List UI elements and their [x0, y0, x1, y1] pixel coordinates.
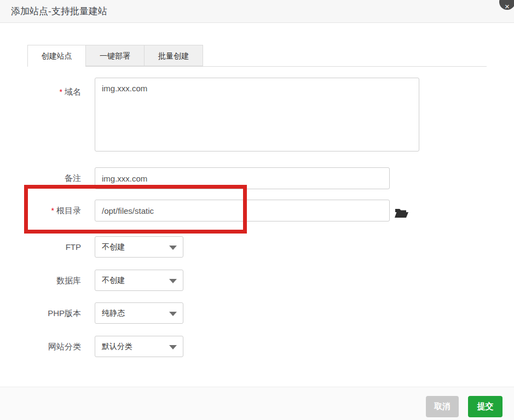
close-icon: × — [505, 2, 510, 11]
tab-one-click-deploy[interactable]: 一键部署 — [86, 45, 145, 66]
tab-create-site[interactable]: 创建站点 — [27, 45, 86, 67]
cancel-button[interactable]: 取消 — [426, 396, 459, 417]
database-select[interactable]: 不创建 — [95, 270, 183, 291]
tab-batch-create[interactable]: 批量创建 — [145, 45, 203, 66]
note-label: 备注 — [0, 173, 81, 184]
domain-label: *域名 — [0, 86, 81, 97]
chevron-down-icon — [169, 312, 177, 316]
note-input[interactable] — [95, 167, 390, 189]
ftp-select-value: 不创建 — [102, 237, 125, 257]
required-mark: * — [51, 206, 54, 215]
php-version-select-value: 纯静态 — [102, 303, 125, 323]
chevron-down-icon — [169, 246, 177, 250]
database-select-value: 不创建 — [102, 270, 125, 290]
php-version-label: PHP版本 — [0, 308, 81, 319]
chevron-down-icon — [169, 279, 177, 283]
domain-textarea[interactable]: img.xxx.com — [95, 78, 419, 151]
root-dir-label: *根目录 — [0, 205, 81, 216]
add-site-dialog: 添加站点-支持批量建站 × 创建站点 一键部署 批量创建 *域名 img.xxx… — [0, 0, 514, 420]
dialog-title: 添加站点-支持批量建站 — [11, 0, 107, 23]
tab-bar: 创建站点 一键部署 批量创建 — [27, 45, 487, 67]
dialog-footer: 取消 提交 — [0, 387, 514, 420]
ftp-select[interactable]: 不创建 — [95, 236, 183, 258]
dialog-header: 添加站点-支持批量建站 — [0, 0, 514, 23]
browse-directory-button[interactable] — [394, 207, 409, 220]
ftp-label: FTP — [0, 242, 81, 253]
database-label: 数据库 — [0, 275, 81, 286]
php-version-select[interactable]: 纯静态 — [95, 302, 183, 324]
folder-open-icon — [395, 213, 409, 221]
site-category-select[interactable]: 默认分类 — [95, 336, 183, 357]
required-mark: * — [60, 88, 62, 96]
site-category-label: 网站分类 — [0, 341, 81, 352]
submit-button[interactable]: 提交 — [468, 396, 503, 417]
root-dir-input[interactable] — [95, 200, 390, 221]
site-category-select-value: 默认分类 — [102, 336, 132, 357]
chevron-down-icon — [169, 345, 177, 349]
tab-bar-divider — [27, 66, 487, 67]
